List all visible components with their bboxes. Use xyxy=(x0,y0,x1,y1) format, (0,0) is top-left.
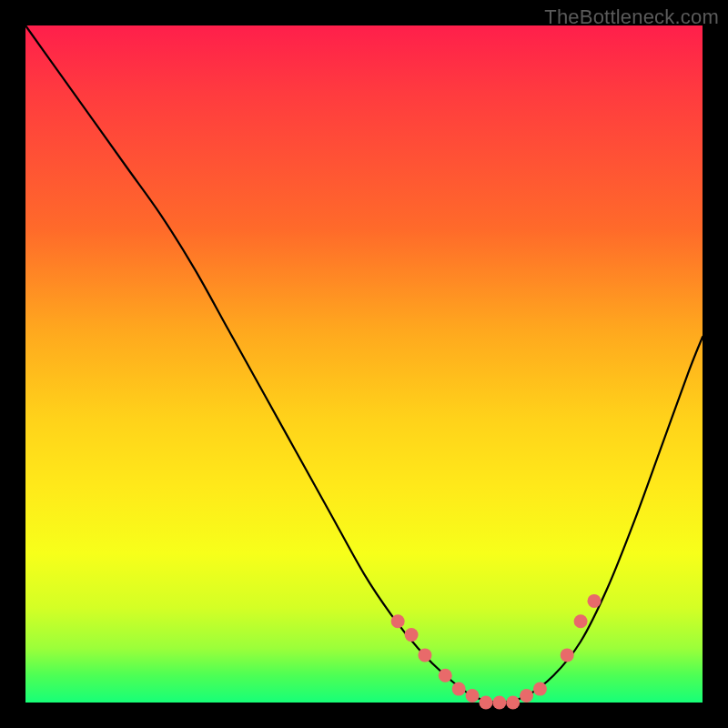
curve-layer xyxy=(25,25,703,703)
highlight-markers xyxy=(391,594,602,710)
highlight-marker xyxy=(391,614,405,628)
highlight-marker xyxy=(587,594,601,608)
highlight-marker xyxy=(439,669,452,682)
highlight-marker xyxy=(479,696,492,710)
highlight-marker xyxy=(492,696,506,710)
plot-area xyxy=(25,25,703,703)
highlight-marker xyxy=(405,628,419,642)
highlight-marker xyxy=(506,696,520,710)
highlight-marker xyxy=(418,648,431,662)
highlight-marker xyxy=(452,682,466,696)
highlight-marker xyxy=(574,614,588,628)
highlight-marker xyxy=(561,648,574,662)
highlight-marker xyxy=(533,682,547,696)
highlight-marker xyxy=(520,689,533,703)
highlight-marker xyxy=(466,689,480,703)
chart-frame: TheBottleneck.com xyxy=(0,0,728,728)
